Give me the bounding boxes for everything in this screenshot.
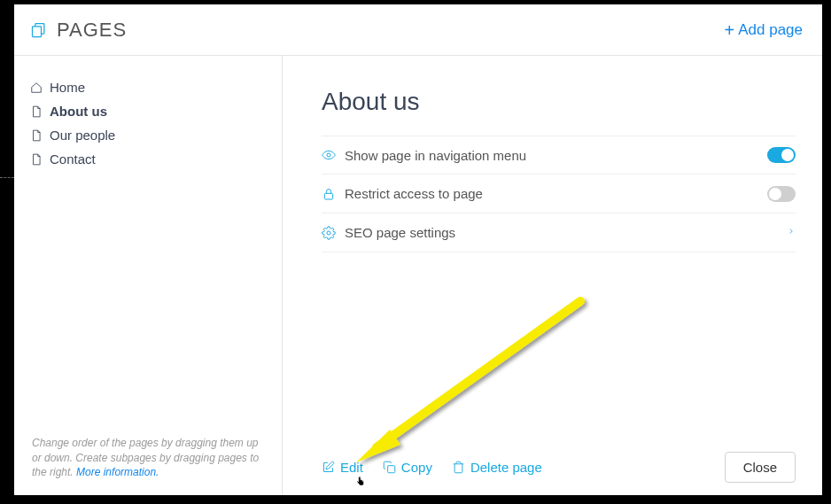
copy-label: Copy xyxy=(401,460,432,475)
dialog-title: PAGES xyxy=(30,19,127,42)
sidebar-item-home[interactable]: Home xyxy=(30,75,266,99)
settings-list: Show page in navigation menu Restrict ac… xyxy=(322,136,796,252)
svg-rect-3 xyxy=(324,193,332,199)
show-in-nav-toggle[interactable] xyxy=(767,147,796,163)
setting-label: SEO page settings xyxy=(345,225,787,240)
sidebar-item-label: About us xyxy=(50,104,107,119)
lock-icon xyxy=(322,187,338,201)
main-panel: About us Show page in navigation menu Re… xyxy=(283,56,822,495)
close-button[interactable]: Close xyxy=(725,452,796,483)
sidebar-help-text: Change order of the pages by dragging th… xyxy=(14,436,282,495)
background-dashed-line xyxy=(0,177,14,178)
chevron-right-icon xyxy=(787,225,796,240)
svg-point-4 xyxy=(327,231,330,235)
edit-icon xyxy=(322,461,335,474)
more-information-link[interactable]: More information. xyxy=(76,466,159,478)
sidebar-item-label: Our people xyxy=(50,128,115,143)
svg-point-2 xyxy=(327,153,330,157)
trash-icon xyxy=(452,461,465,474)
dialog-header: PAGES + Add page xyxy=(14,4,822,56)
sidebar-item-about-us[interactable]: About us xyxy=(30,99,266,123)
copy-icon xyxy=(383,461,396,474)
page-icon xyxy=(30,153,43,166)
edit-button[interactable]: Edit xyxy=(322,460,363,475)
page-icon xyxy=(30,129,43,142)
pages-dialog: PAGES + Add page Home About us Our peopl… xyxy=(14,4,822,495)
dialog-title-text: PAGES xyxy=(57,19,127,42)
page-icon xyxy=(30,105,43,118)
add-page-button[interactable]: + Add page xyxy=(725,21,803,39)
main-footer: Edit Copy Delete page Close xyxy=(322,438,796,495)
delete-label: Delete page xyxy=(470,460,542,475)
setting-label: Restrict access to page xyxy=(345,186,767,201)
sidebar-item-label: Home xyxy=(50,80,85,95)
svg-rect-5 xyxy=(387,465,394,472)
page-title: About us xyxy=(322,88,796,116)
svg-rect-1 xyxy=(33,26,42,36)
sidebar: Home About us Our people Contact Change … xyxy=(14,56,283,495)
home-icon xyxy=(30,81,43,94)
edit-label: Edit xyxy=(340,460,363,475)
sidebar-item-contact[interactable]: Contact xyxy=(30,147,266,171)
gear-icon xyxy=(322,226,338,240)
eye-icon xyxy=(322,148,338,162)
page-list: Home About us Our people Contact xyxy=(14,75,282,171)
add-page-label: Add page xyxy=(738,21,803,39)
pages-icon xyxy=(30,21,48,39)
delete-button[interactable]: Delete page xyxy=(452,460,542,475)
dialog-body: Home About us Our people Contact Change … xyxy=(14,56,822,495)
setting-label: Show page in navigation menu xyxy=(345,148,767,163)
sidebar-item-our-people[interactable]: Our people xyxy=(30,123,266,147)
copy-button[interactable]: Copy xyxy=(383,460,432,475)
setting-show-in-nav: Show page in navigation menu xyxy=(322,136,796,174)
setting-restrict-access: Restrict access to page xyxy=(322,174,796,213)
plus-icon: + xyxy=(725,21,735,39)
restrict-access-toggle[interactable] xyxy=(767,186,796,202)
setting-seo[interactable]: SEO page settings xyxy=(322,213,796,252)
sidebar-item-label: Contact xyxy=(50,151,96,167)
